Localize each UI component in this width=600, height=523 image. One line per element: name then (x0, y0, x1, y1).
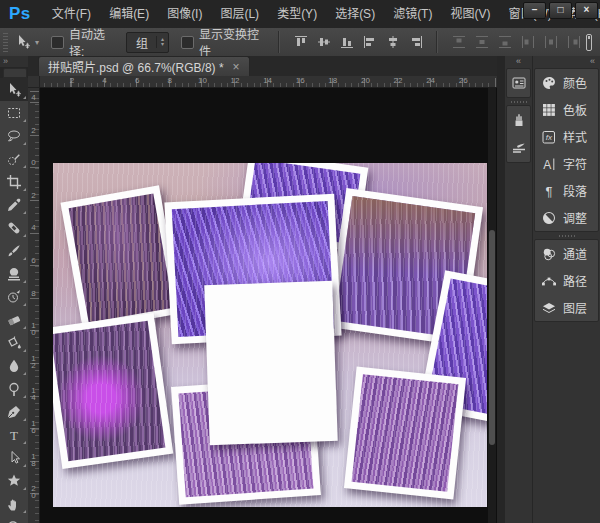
h-ruler-tick: 2 (70, 76, 74, 85)
rail-drag-handle[interactable] (505, 98, 532, 105)
panel-button-adjustments[interactable]: 调整 (535, 204, 598, 231)
tool-presets-panel-button[interactable] (507, 134, 530, 162)
options-grip[interactable] (3, 32, 8, 52)
align-bottom-icon (339, 34, 355, 50)
panel-button-color[interactable]: 颜色 (535, 69, 598, 96)
tool-custom-shape[interactable] (0, 469, 28, 492)
brush-panel-panel-button[interactable] (507, 106, 530, 134)
panel-button-paths[interactable]: 路径 (535, 267, 598, 294)
rail-drag-handle[interactable] (533, 232, 600, 239)
panel-button-character[interactable]: A字符 (535, 150, 598, 177)
canvas-area[interactable] (40, 88, 497, 523)
close-button[interactable]: × (575, 2, 598, 19)
tool-brush[interactable] (0, 239, 28, 262)
minibridge-panel-button[interactable] (507, 69, 530, 97)
tool-marquee-icon (6, 105, 22, 121)
align-bottom-button[interactable] (336, 32, 357, 52)
show-transform-checkbox[interactable] (181, 36, 194, 49)
tool-paint-bucket[interactable] (0, 331, 28, 354)
tool-quick-selection[interactable] (0, 147, 28, 170)
tool-history-brush[interactable] (0, 285, 28, 308)
tool-path-selection[interactable] (0, 446, 28, 469)
align-hcenter-button[interactable] (382, 32, 403, 52)
auto-select-dropdown[interactable]: 组 ▴▾ (126, 32, 169, 53)
narrow-rail-collapse-button[interactable]: « (505, 56, 532, 68)
panel-button-layers[interactable]: 图层 (535, 294, 598, 321)
h-ruler-tick: 14 (263, 76, 272, 85)
tool-hand-icon (6, 496, 22, 512)
tool-eraser[interactable] (0, 308, 28, 331)
panel-button-styles[interactable]: fx样式 (535, 123, 598, 150)
dist-right-button[interactable] (563, 32, 584, 52)
menu-item-5[interactable]: 选择(S) (326, 0, 384, 28)
minimize-button[interactable]: – (523, 2, 546, 19)
maximize-button[interactable]: □ (549, 2, 572, 19)
tool-dodge[interactable] (0, 377, 28, 400)
auto-select-label: 自动选择: (69, 25, 119, 59)
menu-item-1[interactable]: 编辑(E) (100, 0, 158, 28)
menu-item-4[interactable]: 类型(Y) (268, 0, 326, 28)
h-ruler-tick: 22 (394, 76, 403, 85)
tools-expand-button[interactable]: » (0, 56, 28, 67)
align-vcenter-button[interactable] (313, 32, 334, 52)
character-icon: A (541, 156, 557, 172)
menu-item-7[interactable]: 视图(V) (441, 0, 499, 28)
v-ruler-tick: 4 (29, 93, 38, 100)
dist-left-button[interactable] (517, 32, 538, 52)
menu-item-2[interactable]: 图像(I) (158, 0, 211, 28)
panel-toggle-icon[interactable] (585, 34, 593, 51)
tool-eyedropper-icon (6, 197, 22, 213)
tool-hand[interactable] (0, 492, 28, 515)
panel-label: 颜色 (563, 74, 587, 91)
tool-preset-caret-icon[interactable]: ▾ (35, 38, 39, 47)
tool-lasso[interactable] (0, 124, 28, 147)
h-ruler-tick: 20 (361, 76, 370, 85)
v-ruler-tick: 16 (29, 419, 38, 433)
align-left-button[interactable] (359, 32, 380, 52)
align-right-button[interactable] (405, 32, 426, 52)
panel-button-channels[interactable]: 通道 (535, 240, 598, 267)
svg-text:fx: fx (546, 133, 553, 142)
menu-item-6[interactable]: 滤镜(T) (384, 0, 441, 28)
lavender-collage-image (53, 163, 487, 507)
tool-pen[interactable] (0, 400, 28, 423)
tab-close-icon[interactable]: × (233, 61, 240, 73)
rail-collapse-button[interactable]: « (533, 56, 600, 68)
rail-groups: 颜色色板fx样式A字符¶段落调整通道路径图层 (533, 68, 600, 322)
svg-text:A: A (543, 157, 551, 171)
v-ruler-tick: 18 (29, 452, 38, 466)
h-ruler-tick: 10 (198, 76, 207, 85)
tool-blur[interactable] (0, 354, 28, 377)
adjustments-icon (541, 210, 557, 226)
document-tab[interactable]: 拼贴照片.psd @ 66.7%(RGB/8) * × (38, 56, 250, 76)
dist-bottom-button[interactable] (494, 32, 515, 52)
tool-marquee[interactable] (0, 101, 28, 124)
tool-paint-bucket-icon (6, 335, 22, 351)
tool-clone-stamp[interactable] (0, 262, 28, 285)
panel-button-swatches[interactable]: 色板 (535, 96, 598, 123)
v-ruler-tick: 8 (29, 289, 38, 296)
tool-crop[interactable] (0, 170, 28, 193)
panel-button-paragraph[interactable]: ¶段落 (535, 177, 598, 204)
tool-quick-selection-icon (6, 151, 22, 167)
tool-type[interactable]: T (0, 423, 28, 446)
menu-item-0[interactable]: 文件(F) (43, 0, 100, 28)
vertical-scrollbar-thumb[interactable] (489, 230, 495, 445)
menu-item-3[interactable]: 图层(L) (211, 0, 268, 28)
tools-grip[interactable] (3, 68, 27, 78)
tool-dodge-icon (6, 381, 22, 397)
dist-vcenter-button[interactable] (471, 32, 492, 52)
tool-spot-healing[interactable] (0, 216, 28, 239)
auto-select-checkbox[interactable] (51, 36, 64, 49)
dist-hcenter-button[interactable] (540, 32, 561, 52)
tool-path-selection-icon (6, 450, 22, 466)
align-top-button[interactable] (290, 32, 311, 52)
tool-zoom[interactable] (0, 515, 28, 523)
vertical-scrollbar[interactable] (488, 88, 496, 523)
tool-move[interactable] (0, 78, 28, 101)
channels-icon (541, 246, 557, 262)
panel-gap (497, 56, 505, 523)
tool-presets-icon (511, 140, 527, 156)
tool-eyedropper[interactable] (0, 193, 28, 216)
dist-top-button[interactable] (448, 32, 469, 52)
